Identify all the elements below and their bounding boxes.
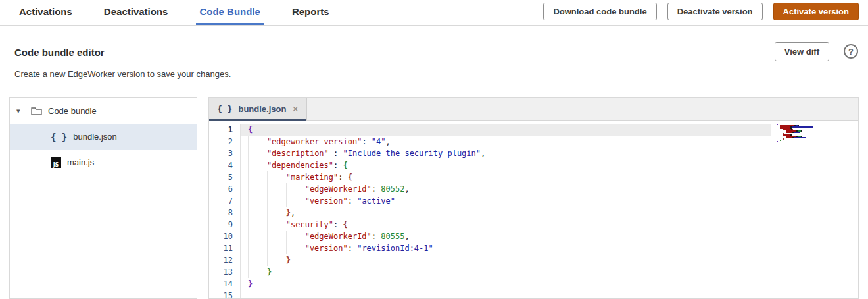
indent-guide — [248, 136, 267, 148]
indent-guide — [267, 254, 286, 266]
code-editor-panel: { } bundle.json × 1{2"edgeworker-version… — [208, 97, 859, 299]
line-number: 12 — [209, 254, 241, 266]
code-line-text: { — [241, 124, 771, 136]
code-line-text: }, — [241, 207, 771, 219]
page-title: Code bundle editor — [14, 47, 231, 58]
line-number: 14 — [209, 278, 241, 290]
editor-tab-bundle-json[interactable]: { } bundle.json × — [209, 98, 307, 120]
help-icon[interactable]: ? — [844, 44, 858, 59]
top-actions: Download code bundle Deactivate version … — [543, 3, 859, 20]
indent-guide — [286, 183, 305, 195]
page-subtitle: Create a new EdgeWorker version to save … — [14, 69, 231, 79]
tree-folder-label: Code bundle — [48, 106, 97, 116]
code-line[interactable]: 13} — [209, 266, 858, 278]
folder-icon — [31, 107, 42, 115]
js-icon: JS — [51, 157, 61, 168]
indent-guide — [248, 195, 267, 207]
indent-guide — [267, 171, 286, 183]
editor-tab-strip: { } bundle.json × — [209, 97, 858, 121]
code-line[interactable]: 9"security": { — [209, 219, 858, 231]
tree-folder-code-bundle[interactable]: ▾ Code bundle — [10, 98, 197, 124]
top-tabs: Activations Deactivations Code Bundle Re… — [0, 0, 358, 25]
tab-deactivations[interactable]: Deactivations — [101, 0, 172, 25]
code-line[interactable]: 1{ — [209, 124, 858, 136]
section-header: Code bundle editor Create a new EdgeWork… — [14, 47, 231, 79]
tab-reports[interactable]: Reports — [289, 0, 333, 25]
indent-guide — [248, 219, 267, 231]
line-number: 15 — [209, 290, 241, 298]
line-number: 3 — [209, 148, 241, 159]
code-line-text: "marketing": { — [241, 171, 771, 183]
code-line[interactable]: 7"version": "active" — [209, 195, 858, 207]
indent-guide — [248, 231, 267, 242]
indent-guide — [248, 266, 267, 278]
minimap-line — [777, 142, 856, 144]
tree-item-bundle-json[interactable]: { } bundle.json — [10, 124, 197, 150]
code-line[interactable]: 8}, — [209, 207, 858, 219]
indent-guide — [248, 254, 267, 266]
indent-guide — [248, 183, 267, 195]
line-number: 9 — [209, 219, 241, 231]
minimap[interactable] — [773, 122, 856, 296]
indent-guide — [267, 242, 286, 254]
code-lines: 1{2"edgeworker-version": "4",3"descripti… — [209, 124, 858, 298]
deactivate-version-button[interactable]: Deactivate version — [667, 3, 763, 20]
tree-item-main-js[interactable]: JS main.js — [10, 150, 197, 175]
line-number: 2 — [209, 136, 241, 148]
line-number: 10 — [209, 231, 241, 242]
top-tab-bar: Activations Deactivations Code Bundle Re… — [0, 0, 868, 26]
indent-guide — [248, 242, 267, 254]
code-line[interactable]: 6"edgeWorkerId": 80552, — [209, 183, 858, 195]
code-line[interactable]: 11"version": "revisionId:4-1" — [209, 242, 858, 254]
tab-code-bundle[interactable]: Code Bundle — [196, 0, 264, 25]
download-code-bundle-button[interactable]: Download code bundle — [543, 3, 656, 20]
indent-guide — [248, 148, 267, 159]
code-line-text: } — [241, 278, 771, 290]
indent-guide — [248, 159, 267, 171]
line-number: 13 — [209, 266, 241, 278]
code-line-text: "description" : "Include the security pl… — [241, 148, 771, 159]
code-line-text — [241, 290, 771, 298]
indent-guide — [267, 183, 286, 195]
line-number: 1 — [209, 124, 241, 136]
editor-tab-label: bundle.json — [238, 104, 286, 114]
code-line[interactable]: 3"description" : "Include the security p… — [209, 148, 858, 159]
code-line-text: "dependencies": { — [241, 159, 771, 171]
indent-guide — [286, 242, 305, 254]
code-line[interactable]: 14} — [209, 278, 858, 290]
code-line-text: } — [241, 254, 771, 266]
code-line-text: } — [241, 266, 771, 278]
code-line[interactable]: 15 — [209, 290, 858, 298]
indent-guide — [286, 231, 305, 242]
indent-guide — [267, 231, 286, 242]
line-number: 8 — [209, 207, 241, 219]
view-diff-button[interactable]: View diff — [775, 42, 829, 61]
line-number: 7 — [209, 195, 241, 207]
code-line-text: "edgeworker-version": "4", — [241, 136, 771, 148]
code-line[interactable]: 12} — [209, 254, 858, 266]
line-number: 4 — [209, 159, 241, 171]
tree-item-label: main.js — [67, 157, 94, 167]
indent-guide — [267, 195, 286, 207]
code-line[interactable]: 4"dependencies": { — [209, 159, 858, 171]
tab-activations[interactable]: Activations — [16, 0, 76, 25]
close-icon[interactable]: × — [292, 104, 298, 115]
indent-guide — [267, 219, 286, 231]
caret-down-icon[interactable]: ▾ — [16, 107, 31, 115]
json-braces-icon: { } — [217, 104, 232, 114]
code-area[interactable]: 1{2"edgeworker-version": "4",3"descripti… — [209, 121, 858, 298]
code-line-text: "edgeWorkerId": 80555, — [241, 231, 771, 242]
json-braces-icon: { } — [51, 132, 67, 142]
line-number: 6 — [209, 183, 241, 195]
line-number: 5 — [209, 171, 241, 183]
activate-version-button[interactable]: Activate version — [773, 3, 859, 20]
indent-guide — [267, 207, 286, 219]
code-line[interactable]: 5"marketing": { — [209, 171, 858, 183]
code-line-text: "edgeWorkerId": 80552, — [241, 183, 771, 195]
code-line-text: "version": "active" — [241, 195, 771, 207]
code-line[interactable]: 2"edgeworker-version": "4", — [209, 136, 858, 148]
indent-guide — [286, 195, 305, 207]
code-line[interactable]: 10"edgeWorkerId": 80555, — [209, 231, 858, 242]
tree-item-label: bundle.json — [73, 132, 117, 142]
code-line-text: "security": { — [241, 219, 771, 231]
